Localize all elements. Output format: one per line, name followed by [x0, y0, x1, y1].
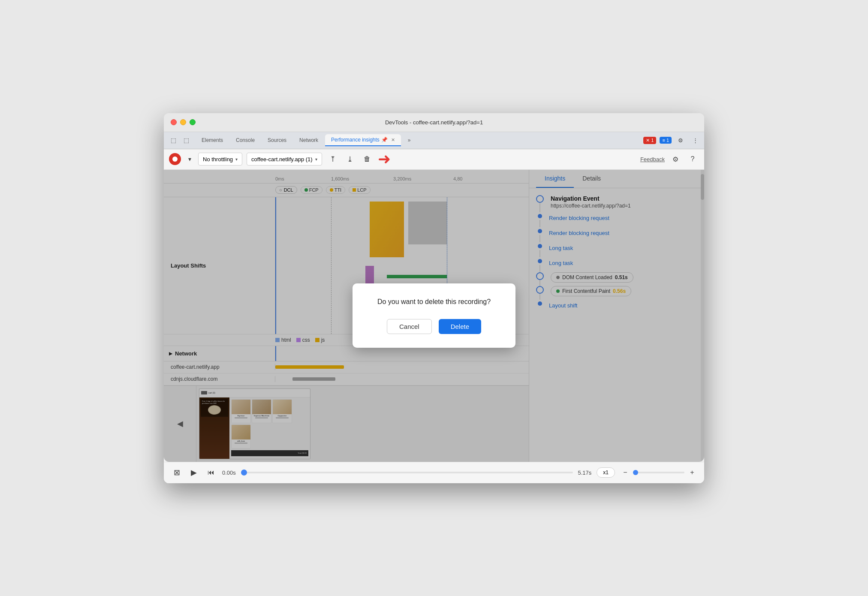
tab-close-icon[interactable]: ✕ — [391, 137, 395, 143]
tab-performance-insights[interactable]: Performance insights 📌 ✕ — [325, 134, 401, 146]
title-bar: DevTools - coffee-cart.netlify.app/?ad=1 — [164, 113, 704, 132]
speed-selector[interactable]: x1 — [597, 467, 615, 478]
dropdown-arrow-button[interactable]: ▾ — [185, 155, 194, 163]
message-badge[interactable]: ≡ 1 — [660, 137, 672, 144]
zoom-track[interactable] — [633, 472, 684, 473]
zoom-container: − + — [620, 467, 697, 478]
upload-button[interactable]: ⤒ — [326, 153, 339, 166]
expand-icon[interactable]: ⬚ — [180, 134, 192, 146]
no-screenshot-icon[interactable]: ⊠ — [171, 467, 183, 479]
record-dot — [172, 157, 178, 162]
zoom-in-button[interactable]: + — [687, 467, 697, 478]
scrubber-thumb[interactable] — [241, 470, 247, 476]
tab-bar: ⬚ ⬚ Elements Console Sources Network Per… — [164, 132, 704, 149]
toolbar: ▾ No throttling ▾ coffee-cart.netlify.ap… — [164, 149, 704, 170]
zoom-thumb[interactable] — [633, 470, 638, 475]
play-button[interactable]: ▶ — [188, 467, 200, 479]
url-dropdown[interactable]: coffee-cart.netlify.app (1) ▾ — [247, 153, 322, 166]
close-button[interactable] — [171, 119, 177, 125]
modal-overlay: Do you want to delete this recording? Ca… — [164, 170, 704, 462]
record-button[interactable] — [169, 153, 181, 165]
help-icon[interactable]: ? — [686, 153, 699, 166]
delete-recording-button[interactable]: 🗑 — [361, 153, 374, 166]
delete-recording-modal: Do you want to delete this recording? Ca… — [353, 283, 515, 347]
tab-bar-actions: ✕ 1 ≡ 1 ⚙ ⋮ — [643, 135, 701, 146]
tab-network[interactable]: Network — [293, 135, 324, 146]
chevron-down-icon: ▾ — [235, 157, 238, 162]
maximize-button[interactable] — [190, 119, 196, 125]
tab-elements[interactable]: Elements — [196, 135, 229, 146]
current-time: 0.00s — [222, 470, 236, 476]
tab-console[interactable]: Console — [230, 135, 261, 146]
scrubber-track[interactable] — [241, 472, 573, 473]
arrow-indicator: ➜ — [378, 150, 391, 168]
more-options-button[interactable]: ⋮ — [690, 135, 701, 146]
gear-icon[interactable]: ⚙ — [669, 153, 682, 166]
zoom-out-button[interactable]: − — [620, 467, 630, 478]
bottom-bar: ⊠ ▶ ⏮ 0.00s 5.17s x1 − + — [164, 462, 704, 483]
download-button[interactable]: ⤓ — [344, 153, 356, 166]
scrubber-container — [241, 472, 573, 473]
skip-back-button[interactable]: ⏮ — [205, 467, 217, 479]
chevron-down-icon: ▾ — [315, 157, 317, 162]
pin-icon: 📌 — [381, 137, 388, 143]
modal-buttons: Cancel Delete — [368, 319, 500, 334]
traffic-lights — [171, 119, 196, 125]
cursor-icon[interactable]: ⬚ — [167, 134, 179, 146]
error-badge[interactable]: ✕ 1 — [643, 137, 656, 144]
settings-button[interactable]: ⚙ — [675, 135, 686, 146]
delete-button[interactable]: Delete — [439, 319, 481, 334]
minimize-button[interactable] — [180, 119, 186, 125]
window-title: DevTools - coffee-cart.netlify.app/?ad=1 — [385, 119, 483, 126]
feedback-link[interactable]: Feedback — [640, 156, 665, 163]
tab-more[interactable]: » — [402, 135, 417, 146]
modal-message: Do you want to delete this recording? — [368, 297, 500, 307]
cancel-button[interactable]: Cancel — [387, 319, 432, 334]
throttling-dropdown[interactable]: No throttling ▾ — [198, 153, 242, 166]
tab-sources[interactable]: Sources — [262, 135, 292, 146]
end-time: 5.17s — [578, 470, 592, 476]
